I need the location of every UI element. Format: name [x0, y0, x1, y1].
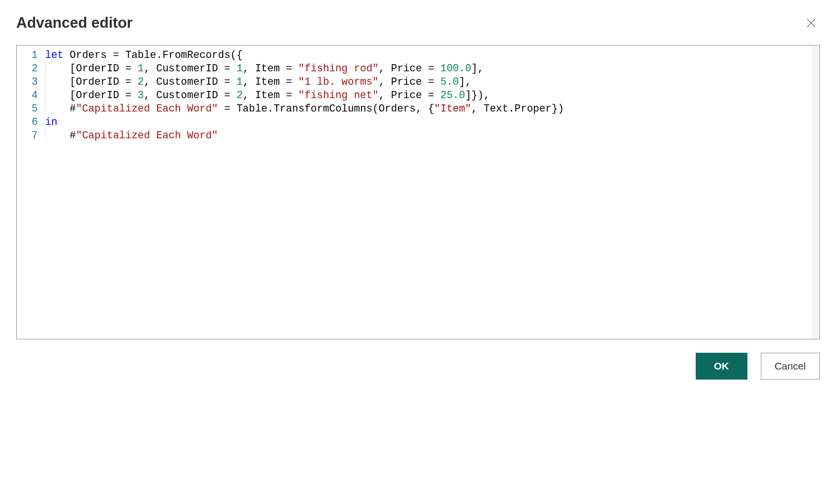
code-token: "fishing rod": [298, 63, 379, 74]
code-token: [OrderID =: [70, 63, 138, 74]
code-line[interactable]: [OrderID = 1, CustomerID = 1, Item = "fi…: [45, 62, 819, 75]
code-token: , Item =: [243, 76, 298, 88]
line-number: 4: [17, 89, 38, 102]
code-token: , CustomerID =: [144, 63, 237, 74]
close-icon: [806, 18, 816, 28]
code-token: [OrderID =: [70, 90, 138, 101]
code-token: , Price =: [379, 63, 441, 74]
code-token: 1: [237, 76, 243, 88]
code-token: 2: [138, 76, 144, 88]
code-token: 25.0: [441, 90, 465, 101]
line-number: 6: [17, 115, 38, 129]
code-token: "1 lb. worms": [298, 76, 379, 88]
code-token: , Price =: [379, 76, 441, 88]
code-token: Orders = Table.FromRecords({: [70, 49, 243, 61]
code-token: 1: [138, 63, 144, 74]
code-token: ]}),: [465, 90, 490, 101]
editor-scrollbar[interactable]: [813, 45, 819, 339]
code-token: #: [70, 103, 76, 114]
code-token: ],: [471, 63, 484, 74]
code-token: = Table.TransformColumns(Orders, {: [218, 103, 434, 114]
code-token: , CustomerID =: [144, 90, 237, 101]
dialog-header: Advanced editor: [16, 14, 820, 32]
code-token: , Item =: [243, 90, 298, 101]
code-token: 100.0: [441, 63, 472, 74]
code-token: "Item": [434, 103, 471, 114]
close-button[interactable]: [802, 14, 820, 32]
code-token: , Text.Proper}): [471, 103, 564, 114]
code-token: let: [45, 49, 70, 61]
code-editor[interactable]: 1234567 let Orders = Table.FromRecords({…: [16, 45, 820, 339]
code-token: , Price =: [379, 90, 441, 101]
indent-guide: [45, 75, 45, 89]
indent-guide: [45, 129, 45, 142]
code-line[interactable]: #"Capitalized Each Word" = Table.Transfo…: [45, 102, 819, 115]
code-line[interactable]: [OrderID = 2, CustomerID = 1, Item = "1 …: [45, 75, 819, 89]
code-token: "Capitalized Each Word": [76, 103, 218, 114]
indent-guide: [45, 102, 45, 115]
dialog-title: Advanced editor: [16, 14, 133, 32]
line-number: 1: [17, 48, 38, 62]
code-token: , Item =: [243, 63, 298, 74]
code-token: 2: [237, 90, 243, 101]
code-area[interactable]: let Orders = Table.FromRecords({ [OrderI…: [45, 48, 819, 339]
indent-guide: [45, 62, 45, 75]
code-token: "Capitalized Each Word": [76, 130, 218, 141]
line-number: 3: [17, 75, 38, 89]
ok-button[interactable]: OK: [696, 353, 747, 380]
indent-guide: [45, 89, 45, 102]
code-line[interactable]: [OrderID = 3, CustomerID = 2, Item = "fi…: [45, 89, 819, 102]
cancel-button[interactable]: Cancel: [761, 353, 820, 380]
line-number-gutter: 1234567: [17, 48, 45, 339]
code-token: 1: [237, 63, 243, 74]
code-token: #: [70, 130, 76, 141]
line-number: 2: [17, 62, 38, 75]
code-token: 3: [138, 90, 144, 101]
code-token: "fishing net": [298, 90, 379, 101]
code-line[interactable]: in: [45, 115, 819, 129]
code-token: ],: [459, 76, 472, 88]
code-token: [OrderID =: [70, 76, 138, 88]
line-number: 5: [17, 102, 38, 115]
code-token: in: [45, 116, 57, 128]
dialog-buttons: OK Cancel: [16, 353, 820, 380]
code-line[interactable]: let Orders = Table.FromRecords({: [45, 48, 819, 62]
code-token: 5.0: [441, 76, 459, 88]
code-line[interactable]: #"Capitalized Each Word": [45, 129, 819, 142]
code-token: , CustomerID =: [144, 76, 237, 88]
line-number: 7: [17, 129, 38, 142]
